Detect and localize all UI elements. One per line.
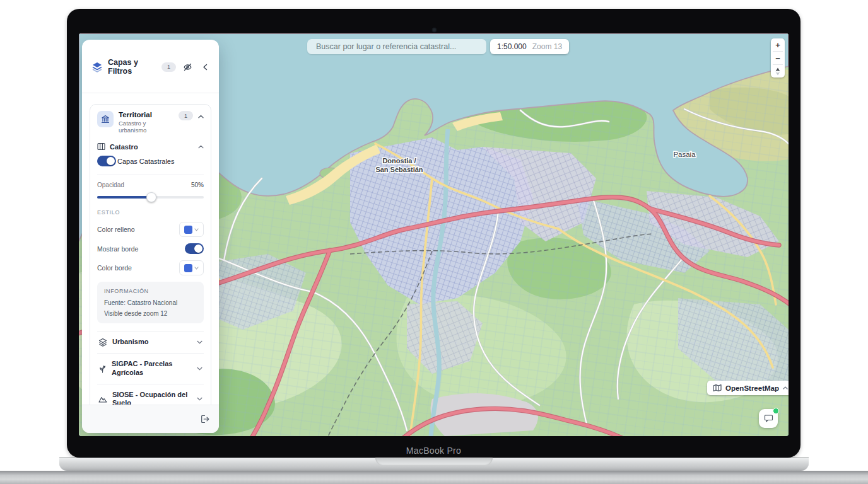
fill-color-swatch [184, 226, 192, 234]
chevron-left-icon [202, 64, 208, 71]
capas-catastrales-toggle[interactable] [97, 156, 116, 166]
speech-bubble-icon [764, 414, 773, 423]
compass-button[interactable] [771, 65, 785, 78]
basemap-button[interactable]: OpenStreetMap [707, 381, 789, 395]
fill-color-label: Color relleno [97, 226, 135, 233]
territorial-icon-wrap [97, 111, 114, 127]
border-color-label: Color borde [97, 264, 132, 272]
capas-catastrales-row: Capas Catastrales [97, 156, 204, 166]
hidden-layers-badge: 1 [161, 62, 176, 72]
zoom-in-button[interactable]: + [771, 38, 785, 51]
layer-row-siose[interactable]: SIOSE - Ocupación del Suelo [97, 384, 204, 405]
search-bar [307, 39, 486, 54]
layers-panel: Capas y Filtros 1 [82, 40, 219, 433]
toggle-visibility-button[interactable] [181, 60, 194, 73]
show-border-row: Mostrar borde [97, 243, 204, 254]
catastro-section-header[interactable]: Catastro [97, 142, 204, 151]
map-icon [713, 384, 722, 392]
device-label: MacBook Pro [67, 446, 801, 456]
catastro-title: Catastro [110, 143, 194, 151]
layers-icon [91, 61, 103, 72]
chevron-up-icon [783, 386, 788, 389]
webcam-dot [432, 28, 437, 32]
app-screen: Donostia / San Sebastián Pasaia 1:50.000… [79, 33, 789, 436]
slider-fill [97, 196, 151, 199]
table-columns-icon [97, 142, 105, 151]
territorial-subtitle: Catastro y urbanismo [119, 120, 173, 134]
collapse-panel-button[interactable] [199, 60, 211, 73]
slider-knob[interactable] [146, 192, 156, 202]
search-input[interactable] [307, 39, 504, 54]
layer-label: Urbanismo [112, 338, 192, 347]
chat-button[interactable] [759, 409, 778, 428]
wheat-icon [98, 364, 107, 373]
chevron-down-icon [197, 397, 202, 401]
info-zoom-visibility: Visible desde zoom 12 [104, 310, 197, 317]
map-label-town: Pasaia [673, 151, 696, 158]
chevron-down-icon [197, 340, 202, 344]
divider [97, 175, 204, 175]
chevron-up-icon[interactable] [198, 145, 204, 149]
panel-footer [82, 405, 219, 433]
territorial-badge: 1 [179, 111, 193, 120]
compass-icon [775, 67, 781, 76]
opacity-row: Opacidad 50% [97, 182, 204, 188]
info-heading: INFORMACIÓN [104, 288, 197, 294]
layer-info-box: INFORMACIÓN Fuente: Catastro Nacional Vi… [97, 282, 204, 323]
territorial-header[interactable]: Territorial Catastro y urbanismo 1 [97, 111, 204, 134]
opacity-slider[interactable] [97, 192, 204, 202]
border-color-swatch [184, 264, 192, 272]
style-heading: ESTILO [97, 209, 204, 216]
panel-header: Capas y Filtros 1 [82, 40, 219, 84]
map-label-city-1: Donostia / [382, 157, 416, 164]
panel-body: Territorial Catastro y urbanismo 1 [82, 93, 219, 405]
layer-label: SIGPAC - Parcelas Agrícolas [112, 360, 192, 377]
layer-row-urbanismo[interactable]: Urbanismo [97, 331, 204, 353]
info-source: Fuente: Catastro Nacional [104, 299, 197, 306]
territorial-title: Territorial [119, 111, 173, 119]
eye-off-icon [183, 62, 192, 72]
sign-out-icon [201, 415, 210, 424]
layers-stack-icon [98, 338, 107, 347]
landmark-icon [101, 115, 110, 124]
desk-edge [0, 471, 868, 484]
laptop-scoop [375, 458, 493, 466]
capas-catastrales-label: Capas Catastrales [117, 158, 175, 165]
fill-color-row: Color relleno [97, 222, 204, 237]
layer-row-sigpac[interactable]: SIGPAC - Parcelas Agrícolas [97, 353, 204, 384]
chevron-down-icon [194, 228, 199, 231]
border-color-picker[interactable] [179, 260, 204, 275]
zoom-out-button[interactable]: − [771, 52, 785, 64]
show-border-label: Mostrar borde [97, 245, 138, 253]
fill-color-picker[interactable] [179, 222, 204, 237]
basemap-label: OpenStreetMap [725, 384, 779, 392]
map-scale: 1:50.000 [497, 42, 527, 51]
opacity-label: Opacidad [97, 182, 124, 188]
chevron-down-icon [197, 367, 202, 371]
opacity-value: 50% [191, 182, 204, 188]
toggle-knob [107, 157, 115, 165]
map-label-city-2: San Sebastián [375, 166, 423, 173]
territorial-card: Territorial Catastro y urbanismo 1 [90, 104, 211, 405]
chevron-up-icon[interactable] [198, 115, 204, 118]
zoom-controls: + − [771, 38, 785, 78]
border-color-row: Color borde [97, 260, 204, 275]
layer-label: SIOSE - Ocupación del Suelo [112, 391, 192, 405]
sign-out-button[interactable] [199, 413, 211, 425]
zoom-level: Zoom 13 [532, 42, 562, 51]
mountain-icon [98, 395, 107, 403]
toggle-knob [194, 245, 202, 253]
chevron-down-icon [194, 267, 199, 270]
territorial-titles: Territorial Catastro y urbanismo [119, 111, 173, 134]
show-border-toggle[interactable] [185, 243, 204, 254]
online-status-dot [773, 408, 779, 414]
panel-title: Capas y Filtros [108, 58, 156, 76]
scale-indicator: 1:50.000 Zoom 13 [490, 39, 569, 54]
laptop-frame: Donostia / San Sebastián Pasaia 1:50.000… [67, 9, 801, 458]
